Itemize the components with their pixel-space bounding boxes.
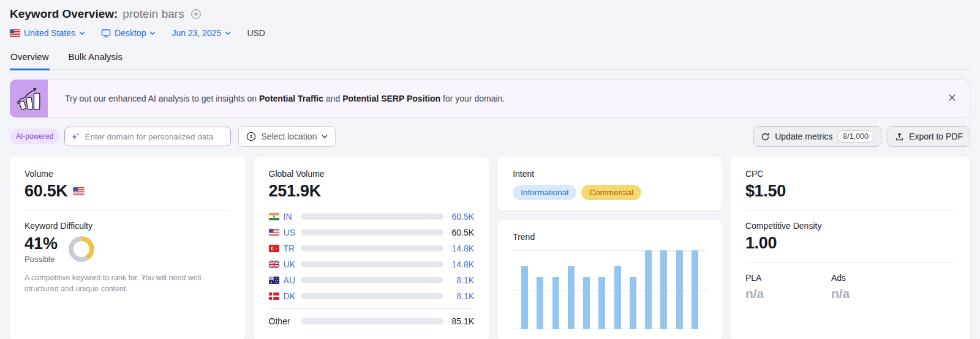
country-volume-link[interactable]: 60.5K <box>443 212 474 222</box>
country-code: UK <box>284 259 295 269</box>
trend-bar <box>568 266 575 329</box>
volume-value: 60.5K <box>24 182 68 201</box>
kd-donut <box>69 236 94 262</box>
trend-label: Trend <box>513 232 707 242</box>
country-link-dk[interactable]: DK <box>269 291 301 301</box>
table-row: TR 14.8K <box>269 240 475 256</box>
location-select-label: Select location <box>261 132 317 141</box>
date-filter[interactable]: Jun 23, 2025 <box>172 28 231 38</box>
add-keyword-icon[interactable] <box>190 9 202 20</box>
cpc-label: CPC <box>745 169 956 179</box>
table-row: IN 60.5K <box>269 209 475 225</box>
refresh-icon <box>761 132 770 141</box>
cpc-value: $1.50 <box>745 182 956 201</box>
country-link-uk[interactable]: UK <box>269 259 301 269</box>
page-header: Keyword Overview: protein bars <box>10 7 970 21</box>
us-flag-icon <box>10 29 20 37</box>
competitive-density-value: 1.00 <box>745 234 956 253</box>
device-filter[interactable]: Desktop <box>101 28 156 38</box>
country-volume-link[interactable]: 14.8K <box>443 244 474 253</box>
kd-label: Keyword Difficulty <box>24 221 230 231</box>
table-row: AU 8.1K <box>269 272 475 288</box>
au-flag-icon <box>269 277 279 284</box>
chevron-down-icon <box>225 31 231 35</box>
table-row: UK 14.8K <box>269 256 475 272</box>
intent-badge-informational[interactable]: Informational <box>513 185 576 200</box>
tab-bulk-analysis[interactable]: Bulk Analysis <box>68 48 123 69</box>
country-link-in[interactable]: IN <box>269 212 301 222</box>
trend-chart-bars <box>513 250 707 329</box>
in-flag-icon <box>269 213 279 220</box>
country-volume-link[interactable]: 14.8K <box>443 259 474 269</box>
trend-card: Trend <box>498 220 722 339</box>
country-link-tr[interactable]: TR <box>269 244 301 253</box>
country-volume-link[interactable]: 8.1K <box>443 291 474 301</box>
banner-text-suffix: for your domain. <box>440 94 505 103</box>
card-divider <box>745 210 956 211</box>
pla-block: PLA n/a <box>745 273 831 301</box>
cpc-card: CPC $1.50 Competitive Density 1.00 PLA n… <box>731 157 970 339</box>
card-divider <box>745 263 956 263</box>
volume-value-row: 60.5K <box>24 182 230 201</box>
banner-text-mid: and <box>323 94 342 103</box>
row-divider <box>269 308 475 309</box>
table-row: DK 8.1K <box>269 288 475 304</box>
tab-overview[interactable]: Overview <box>10 48 50 70</box>
global-volume-label: Global Volume <box>269 169 475 179</box>
dk-flag-icon <box>269 292 279 300</box>
location-select[interactable]: Select location <box>238 126 336 147</box>
volume-bar <box>301 229 444 236</box>
keyword-overview-page: Keyword Overview: protein bars United St… <box>0 0 980 329</box>
trend-bar <box>537 277 543 329</box>
kd-value-block: 41% Possible <box>24 234 58 264</box>
country-volume-link[interactable]: 8.1K <box>443 275 474 285</box>
country-link-au[interactable]: AU <box>269 275 301 285</box>
intent-label: Intent <box>513 169 707 179</box>
volume-bar <box>301 245 444 251</box>
export-icon <box>895 132 904 141</box>
trend-bar <box>552 277 559 329</box>
intent-card: Intent Informational Commercial <box>498 157 722 210</box>
table-row: US 60.5K <box>269 225 475 240</box>
update-metrics-button[interactable]: Update metrics 8/1,000 <box>753 126 881 147</box>
volume-bar <box>301 293 444 299</box>
location-pin-icon <box>246 132 256 141</box>
chevron-down-icon <box>322 135 328 138</box>
export-pdf-label: Export to PDF <box>909 132 963 141</box>
filter-bar: United States Desktop Jun 23, 2025 USD <box>10 28 970 38</box>
trend-bar <box>660 250 667 329</box>
ads-block: Ads n/a <box>831 273 956 301</box>
banner-bold-serp-position: Potential SERP Position <box>342 94 440 103</box>
tr-flag-icon <box>269 245 279 252</box>
uk-flag-icon <box>269 261 279 268</box>
intent-badge-commercial[interactable]: Commercial <box>581 185 641 200</box>
domain-input[interactable] <box>85 132 224 141</box>
currency-label: USD <box>247 28 265 38</box>
pla-label: PLA <box>745 273 831 283</box>
tab-bar: Overview Bulk Analysis <box>10 48 970 70</box>
country-code: AU <box>284 275 295 285</box>
volume-bar <box>301 318 444 324</box>
volume-card: Volume 60.5K Keyword Difficulty 41% Poss… <box>10 157 245 339</box>
country-volume-value: 60.5K <box>443 228 474 237</box>
country-code: DK <box>284 291 295 301</box>
quota-badge: 8/1,000 <box>837 130 874 143</box>
trend-bar <box>630 277 636 329</box>
close-icon[interactable] <box>948 94 956 102</box>
trend-bar <box>521 266 528 329</box>
trend-bar <box>583 277 590 329</box>
table-row-other: Other 85.1K <box>269 313 475 329</box>
volume-bar <box>301 261 444 267</box>
export-pdf-button[interactable]: Export to PDF <box>888 126 970 147</box>
volume-bar <box>301 277 444 283</box>
country-link-us[interactable]: US <box>269 228 301 237</box>
date-filter-label: Jun 23, 2025 <box>172 28 221 38</box>
trend-bar <box>676 250 683 329</box>
update-metrics-label: Update metrics <box>775 132 832 141</box>
domain-input-wrapper <box>64 127 231 146</box>
global-volume-value: 251.9K <box>269 182 475 201</box>
banner-text-prefix: Try out our enhanced AI analysis to get … <box>65 94 259 103</box>
country-filter[interactable]: United States <box>10 28 85 38</box>
trend-bar <box>614 266 621 329</box>
us-flag-icon <box>73 187 85 195</box>
